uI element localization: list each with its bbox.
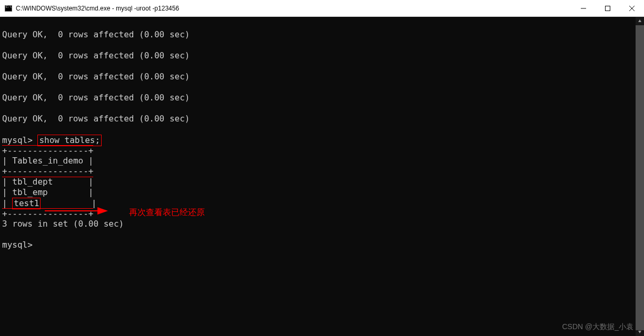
svg-rect-1 <box>606 6 610 11</box>
app-window: C:\WINDOWS\system32\cmd.exe - mysql -uro… <box>0 0 644 336</box>
close-button[interactable] <box>620 0 644 16</box>
maximize-button[interactable] <box>596 0 620 16</box>
titlebar[interactable]: C:\WINDOWS\system32\cmd.exe - mysql -uro… <box>0 0 644 17</box>
table-header: Tables_in_demo <box>12 156 83 166</box>
annotation-arrow <box>45 206 108 219</box>
highlighted-command: show tables; <box>37 135 102 146</box>
table-separator: +----------------+ <box>2 145 644 156</box>
table-header-row: | Tables_in_demo | <box>2 156 644 166</box>
scrollbar-up-icon[interactable] <box>636 17 644 25</box>
output-line: Query OK, 0 rows affected (0.00 sec) <box>2 29 644 40</box>
table-separator: +----------------+ <box>2 166 644 177</box>
annotation-text: 再次查看表已经还原 <box>129 207 205 218</box>
output-line: Query OK, 0 rows affected (0.00 sec) <box>2 72 644 82</box>
watermark: CSDN @大数据_小袁 <box>562 321 633 332</box>
minimize-button[interactable] <box>571 0 596 16</box>
window-controls <box>571 0 644 16</box>
window-title: C:\WINDOWS\system32\cmd.exe - mysql -uro… <box>16 5 571 12</box>
table-cell: tbl_dept <box>12 177 53 187</box>
svg-marker-6 <box>638 19 641 22</box>
scrollbar-thumb[interactable] <box>636 25 644 330</box>
command-line: mysql> show tables; <box>2 135 644 145</box>
output-line: Query OK, 0 rows affected (0.00 sec) <box>2 114 644 124</box>
svg-marker-7 <box>638 331 641 333</box>
prompt-line: mysql> <box>2 240 644 250</box>
prompt-text: mysql> <box>2 240 33 250</box>
scrollbar-down-icon[interactable] <box>636 328 644 336</box>
svg-marker-5 <box>97 207 108 215</box>
output-line: Query OK, 0 rows affected (0.00 sec) <box>2 50 644 61</box>
terminal-content: Query OK, 0 rows affected (0.00 sec) Que… <box>0 19 644 250</box>
cmd-icon <box>4 4 13 13</box>
table-row: | tbl_dept | <box>2 177 644 187</box>
prompt-text: mysql> <box>2 135 33 145</box>
scrollbar[interactable] <box>636 17 644 336</box>
result-summary: 3 rows in set (0.00 sec) <box>2 219 644 229</box>
table-row: | tbl_emp | <box>2 187 644 198</box>
terminal-area[interactable]: Query OK, 0 rows affected (0.00 sec) Que… <box>0 17 644 336</box>
table-cell: tbl_emp <box>12 187 47 197</box>
highlighted-table-cell: test1 <box>12 198 41 209</box>
output-line: Query OK, 0 rows affected (0.00 sec) <box>2 93 644 103</box>
